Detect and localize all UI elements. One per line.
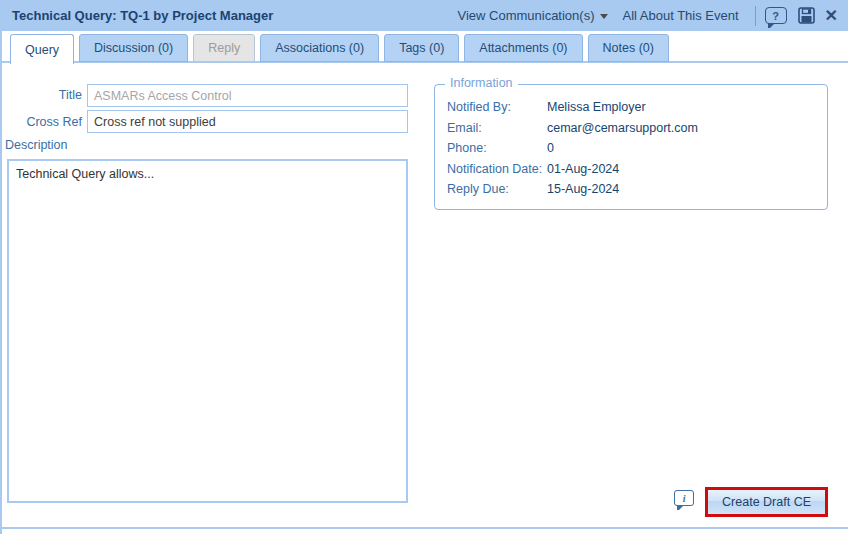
technical-query-dialog: Technical Query: TQ-1 by Project Manager… bbox=[0, 0, 848, 534]
action-row: i Create Draft CE bbox=[674, 487, 828, 517]
all-about-this-event-label: All About This Event bbox=[622, 8, 738, 23]
create-draft-ce-button[interactable]: Create Draft CE bbox=[705, 487, 828, 517]
notified-by-value: Melissa Employer bbox=[547, 101, 646, 114]
info-row-email: Email: cemar@cemarsupport.com bbox=[447, 122, 827, 135]
help-icon: ? bbox=[772, 10, 779, 22]
save-button[interactable] bbox=[798, 7, 815, 24]
reply-due-label: Reply Due: bbox=[447, 183, 547, 196]
tab-discussion[interactable]: Discussion (0) bbox=[79, 34, 188, 62]
tab-notes-label: Notes (0) bbox=[603, 41, 654, 55]
description-label: Description bbox=[5, 138, 68, 152]
info-row-reply-due: Reply Due: 15-Aug-2024 bbox=[447, 183, 827, 196]
tab-strip: Query Discussion (0) Reply Associations … bbox=[10, 34, 669, 64]
tab-attachments[interactable]: Attachments (0) bbox=[464, 34, 582, 62]
info-row-phone: Phone: 0 bbox=[447, 142, 827, 155]
reply-due-value: 15-Aug-2024 bbox=[547, 183, 619, 196]
info-row-notified-by: Notified By: Melissa Employer bbox=[447, 101, 827, 114]
notification-date-value: 01-Aug-2024 bbox=[547, 163, 619, 176]
email-label: Email: bbox=[447, 122, 547, 135]
phone-label: Phone: bbox=[447, 142, 547, 155]
toolbar-divider bbox=[755, 6, 756, 26]
help-button[interactable]: ? bbox=[765, 7, 787, 24]
tab-notes[interactable]: Notes (0) bbox=[588, 34, 669, 62]
phone-value: 0 bbox=[547, 142, 554, 155]
all-about-this-event-link[interactable]: All About This Event bbox=[622, 8, 738, 23]
info-icon: i bbox=[683, 493, 686, 504]
info-row-notification-date: Notification Date: 01-Aug-2024 bbox=[447, 163, 827, 176]
information-rows: Notified By: Melissa Employer Email: cem… bbox=[435, 85, 827, 196]
information-legend: Information bbox=[445, 76, 518, 90]
tab-reply: Reply bbox=[193, 34, 255, 62]
dialog-title: Technical Query: TQ-1 by Project Manager bbox=[12, 8, 273, 23]
chevron-down-icon bbox=[600, 14, 608, 19]
tab-associations-label: Associations (0) bbox=[275, 41, 364, 55]
tab-tags[interactable]: Tags (0) bbox=[384, 34, 459, 62]
tab-associations[interactable]: Associations (0) bbox=[260, 34, 379, 62]
cross-ref-input[interactable] bbox=[87, 110, 408, 133]
tab-reply-label: Reply bbox=[208, 41, 240, 55]
cross-ref-field-label: Cross Ref bbox=[4, 115, 82, 129]
email-value: cemar@cemarsupport.com bbox=[547, 122, 698, 135]
info-tooltip-button[interactable]: i bbox=[674, 490, 694, 506]
tab-attachments-label: Attachments (0) bbox=[479, 41, 567, 55]
view-communications-label: View Communication(s) bbox=[457, 8, 594, 23]
description-textarea[interactable]: Technical Query allows... bbox=[7, 159, 408, 503]
close-icon: ✕ bbox=[825, 7, 838, 24]
title-input[interactable] bbox=[87, 84, 408, 107]
tab-discussion-label: Discussion (0) bbox=[94, 41, 173, 55]
tab-query[interactable]: Query bbox=[10, 34, 74, 64]
title-field-label: Title bbox=[4, 88, 82, 102]
tab-tags-label: Tags (0) bbox=[399, 41, 444, 55]
notification-date-label: Notification Date: bbox=[447, 163, 547, 176]
close-button[interactable]: ✕ bbox=[825, 8, 838, 24]
view-communications-dropdown[interactable]: View Communication(s) bbox=[457, 8, 608, 23]
information-panel: Information Notified By: Melissa Employe… bbox=[434, 84, 828, 210]
notified-by-label: Notified By: bbox=[447, 101, 547, 114]
window-bottom-border bbox=[2, 527, 848, 529]
title-bar: Technical Query: TQ-1 by Project Manager… bbox=[2, 0, 848, 31]
tab-query-label: Query bbox=[25, 43, 59, 57]
save-icon bbox=[798, 7, 815, 24]
